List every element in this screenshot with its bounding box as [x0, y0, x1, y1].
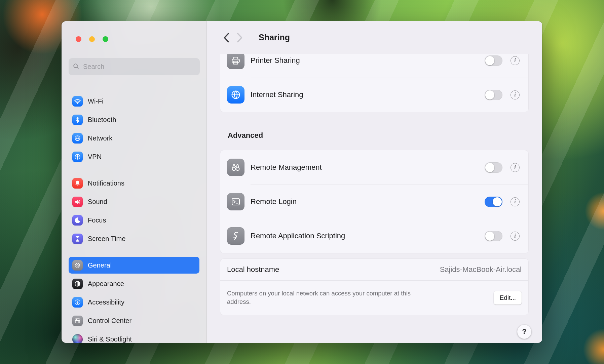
- settings-row-remote-application-scripting: Remote Application Scripting i: [220, 219, 528, 253]
- scroll-area[interactable]: Printer Sharing i Internet Sharing i Adv…: [207, 54, 542, 343]
- info-icon[interactable]: i: [511, 197, 520, 206]
- minimize-window-button[interactable]: [89, 36, 95, 42]
- internet-sharing-toggle[interactable]: [485, 90, 502, 100]
- wifi-icon: [72, 96, 83, 107]
- terminal-icon: [227, 193, 244, 210]
- sidebar-item-vpn[interactable]: VPN: [69, 148, 199, 165]
- sidebar-item-wifi[interactable]: Wi-Fi: [69, 93, 199, 110]
- info-icon[interactable]: i: [511, 163, 520, 172]
- siri-icon: [72, 334, 83, 343]
- help-button[interactable]: ?: [517, 325, 531, 339]
- back-button[interactable]: [220, 29, 233, 46]
- info-icon[interactable]: i: [511, 232, 520, 241]
- sidebar-item-control-center[interactable]: Control Center: [69, 312, 199, 329]
- sidebar-item-sound[interactable]: Sound: [69, 193, 199, 210]
- printer-sharing-toggle[interactable]: [485, 55, 502, 66]
- advanced-section-heading: Advanced: [228, 131, 263, 140]
- row-label: Internet Sharing: [251, 90, 485, 99]
- settings-row-remote-login: Remote Login i: [220, 185, 528, 219]
- sidebar-item-label: Wi-Fi: [88, 97, 104, 105]
- sidebar-toolbar-divider: [62, 81, 206, 81]
- sidebar-item-label: Screen Time: [88, 235, 125, 243]
- gear-icon: [72, 260, 83, 271]
- settings-sidebar: Wi-Fi Bluetooth Network: [62, 21, 207, 343]
- bell-icon: [72, 178, 83, 189]
- remote-application-scripting-toggle[interactable]: [485, 231, 502, 241]
- sidebar-item-notifications[interactable]: Notifications: [69, 175, 199, 192]
- edit-hostname-button[interactable]: Edit...: [494, 291, 522, 305]
- local-hostname-card: Local hostname Sajids-MacBook-Air.local …: [220, 259, 528, 315]
- settings-row-remote-management: Remote Management i: [220, 150, 528, 185]
- local-hostname-value: Sajids-MacBook-Air.local: [440, 265, 522, 274]
- sidebar-item-appearance[interactable]: Appearance: [69, 275, 199, 292]
- sidebar-item-network[interactable]: Network: [69, 130, 199, 147]
- sidebar-item-label: Focus: [88, 216, 106, 224]
- accessibility-icon: [72, 297, 83, 308]
- row-label: Remote Application Scripting: [251, 232, 485, 240]
- control-center-icon: [72, 316, 83, 326]
- settings-row-printer-sharing: Printer Sharing i: [220, 54, 528, 78]
- moon-icon: [72, 215, 83, 226]
- window-controls: [76, 36, 108, 42]
- search-input[interactable]: [82, 63, 196, 71]
- sidebar-item-focus[interactable]: Focus: [69, 212, 199, 229]
- sidebar-item-siri-spotlight[interactable]: Siri & Spotlight: [69, 331, 199, 343]
- globe-icon: [72, 133, 83, 144]
- advanced-services-card: Remote Management i Remote Login i: [220, 150, 528, 253]
- speaker-icon: [72, 197, 83, 207]
- printer-icon: [227, 54, 244, 69]
- info-icon[interactable]: i: [511, 90, 520, 99]
- sidebar-item-label: Control Center: [88, 317, 131, 325]
- local-hostname-description-row: Computers on your local network can acce…: [220, 280, 528, 315]
- sidebar-list: Wi-Fi Bluetooth Network: [69, 93, 199, 343]
- row-label: Remote Management: [251, 163, 485, 172]
- content-header: Sharing: [207, 21, 542, 54]
- sidebar-item-label: Network: [88, 134, 112, 142]
- local-hostname-row: Local hostname Sajids-MacBook-Air.local: [220, 259, 528, 280]
- sidebar-item-label: Notifications: [88, 179, 124, 187]
- sidebar-item-label: Sound: [88, 198, 107, 206]
- remote-management-toggle[interactable]: [485, 162, 502, 173]
- bluetooth-icon: [72, 115, 83, 125]
- sidebar-item-label: VPN: [88, 153, 102, 161]
- search-icon: [73, 63, 79, 71]
- sidebar-item-bluetooth[interactable]: Bluetooth: [69, 111, 199, 128]
- info-icon[interactable]: i: [511, 56, 520, 65]
- local-hostname-label: Local hostname: [227, 265, 440, 274]
- hourglass-icon: [72, 234, 83, 244]
- sidebar-item-label: General: [88, 261, 112, 269]
- forward-button[interactable]: [233, 29, 247, 46]
- sidebar-item-screen-time[interactable]: Screen Time: [69, 230, 199, 247]
- appearance-icon: [72, 279, 83, 289]
- zoom-window-button[interactable]: [103, 36, 108, 42]
- page-title: Sharing: [259, 33, 290, 42]
- local-hostname-description: Computers on your local network can acce…: [227, 289, 434, 306]
- sidebar-item-label: Appearance: [88, 280, 124, 288]
- binoculars-icon: [227, 159, 244, 176]
- settings-row-internet-sharing: Internet Sharing i: [220, 78, 528, 112]
- row-label: Remote Login: [251, 197, 485, 206]
- settings-content: Sharing Printer Sharing i Internet S: [207, 21, 542, 343]
- sidebar-item-label: Siri & Spotlight: [88, 335, 132, 343]
- sidebar-item-label: Bluetooth: [88, 116, 116, 124]
- close-window-button[interactable]: [76, 36, 81, 42]
- sidebar-item-label: Accessibility: [88, 298, 124, 306]
- vpn-globe-icon: [72, 152, 83, 162]
- internet-globe-icon: [227, 86, 244, 104]
- sidebar-search[interactable]: [69, 58, 200, 75]
- row-label: Printer Sharing: [251, 56, 485, 65]
- script-icon: [227, 227, 244, 245]
- remote-login-toggle[interactable]: [485, 197, 502, 207]
- sidebar-item-accessibility[interactable]: Accessibility: [69, 294, 199, 311]
- sharing-services-card: Printer Sharing i Internet Sharing i: [220, 54, 528, 112]
- system-settings-window: Wi-Fi Bluetooth Network: [62, 21, 542, 343]
- sidebar-item-general[interactable]: General: [69, 257, 199, 274]
